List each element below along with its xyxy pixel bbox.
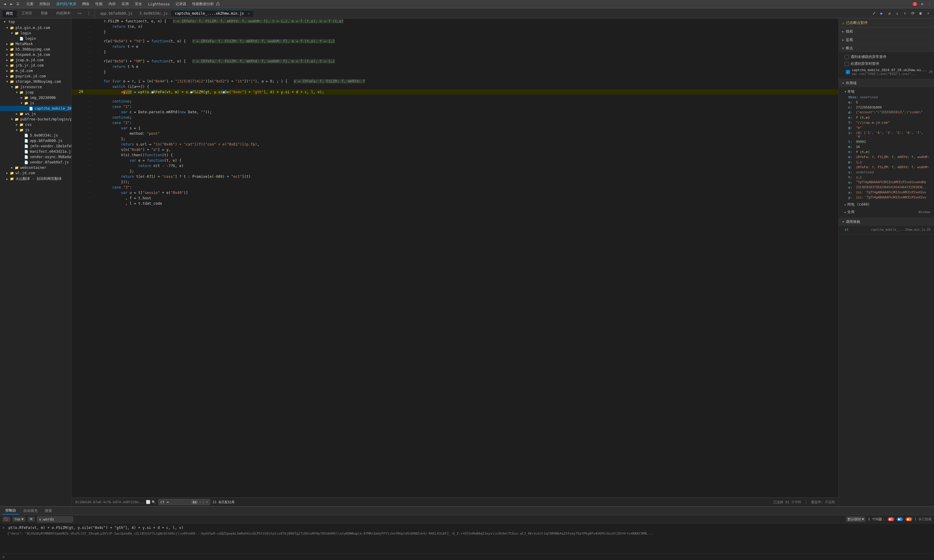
menu-console[interactable]: 控制台 (37, 1, 52, 7)
menu-sources[interactable]: 源代码/来源 (54, 1, 79, 7)
tree-item-jrb[interactable]: ▶ 📁 jrb.jr.jd.com (0, 63, 71, 68)
search-up-icon[interactable]: ↑ (199, 500, 201, 504)
menu-perf-insights[interactable]: 性能数据分析 凸 (190, 1, 222, 7)
tree-item-js-folder[interactable]: ▼ 📁 js (0, 100, 71, 106)
breakpoint-item[interactable]: ✓ captcha_mobile_2024_07_29.xk2hmw.mi...… (845, 67, 930, 77)
tree-item-h5speed[interactable]: ▶ 📁 h5speed.m.jd.com (0, 52, 71, 57)
step-out-icon[interactable]: ↑ (902, 10, 908, 17)
tree-item-storage360[interactable]: ▼ 📁 storage.360buyimg.com (0, 79, 71, 84)
exception-all-checkbox[interactable] (845, 62, 849, 66)
top-filter[interactable]: top ▼ (12, 517, 25, 522)
folder-css-icon: 📁 (19, 123, 24, 127)
tree-item-pubfree[interactable]: ▼ 📁 pubfree-bucket/mplogin/prod/ffdfe... (0, 117, 71, 122)
more-icon[interactable]: ⋮ (927, 2, 932, 6)
console-input[interactable] (6, 555, 932, 559)
resume-icon[interactable]: ▶ (879, 10, 885, 17)
forward-icon[interactable]: ▶ (9, 2, 14, 6)
sidebar-toggle-icon[interactable]: ⤢ (871, 10, 877, 17)
menu-security[interactable]: 安全 (133, 1, 145, 7)
console-tab-main[interactable]: 控制台 (2, 507, 19, 515)
search-close-icon[interactable]: ✕ (206, 500, 208, 504)
tree-item-huoshan[interactable]: ▶ 📁 火山翻译 - 划词和网页翻译 (0, 176, 71, 182)
settings-icon[interactable]: ⚙ (920, 2, 925, 6)
tree-item-vendorasync[interactable]: ▶ 📄 vendor-async.9b8ada56.js (0, 154, 71, 160)
chevron-css: ▶ (14, 123, 19, 126)
menu-lighthouse[interactable]: Lighthouse (146, 2, 172, 7)
tree-item-h5360[interactable]: ▶ 📁 h5.360buyimg.com (0, 47, 71, 52)
tree-item-webcontainer[interactable]: ▶ 📁 webcontainer (0, 165, 71, 170)
close-tab-icon[interactable]: ✕ (248, 12, 250, 15)
menu-icon[interactable]: ☰ (15, 2, 20, 6)
deactivate-breakpoints-icon[interactable]: ☎ (917, 10, 924, 17)
console-content[interactable]: > pt(o.RfeFa(vt, m) + o.FSiZM(gt, y.si[e… (0, 523, 934, 554)
threads-header[interactable]: ▶ 线程 (838, 28, 934, 35)
tree-item-captcha-file[interactable]: ▶ 📄 captcha_mobile_2024_07_2... (0, 106, 71, 111)
tree-root-top[interactable]: ▼ top (0, 18, 71, 25)
back-icon[interactable]: ◀ (2, 2, 7, 6)
tree-item-js-folder2[interactable]: ▼ 📁 js (0, 127, 71, 133)
scope-header[interactable]: ▼ 作用域 (838, 79, 934, 87)
log-level-btn[interactable]: 默认级别 ▼ (846, 516, 866, 522)
tab-webpage[interactable]: 网页 (2, 9, 17, 17)
tree-item-jmfe[interactable]: ▶ 📄 jmfe-vendor.18e1efeb.js (0, 143, 71, 149)
file-tab-5e90[interactable]: 5.6e90334c.js (136, 10, 171, 17)
menu-network[interactable]: 网络 (80, 1, 92, 7)
console-prompt: > (2, 526, 5, 530)
tree-label-vendor8faeb: vendor.8faeb9af.js (29, 160, 69, 165)
more-actions-icon[interactable]: ⚡ (925, 10, 932, 17)
step-into-icon[interactable]: ↓ (894, 10, 900, 17)
menu-performance[interactable]: 性能 (93, 1, 105, 7)
tab-content-scripts[interactable]: 内容脚本 (52, 9, 74, 17)
local-scope-header[interactable]: ▼ 本地 (845, 88, 930, 95)
breakpoints-header[interactable]: ▼ 断点 (838, 44, 934, 52)
file-tab-captcha[interactable]: captcha_mobile_....xk2hmw.min.js ✕ (171, 10, 253, 17)
menu-element[interactable]: 元素 (24, 1, 36, 7)
closure-header[interactable]: ▶ 闭包 (cd49) (845, 202, 930, 208)
tree-item-login-folder[interactable]: ▼ 📁 login (0, 31, 71, 36)
eye-filter[interactable]: 👁 (28, 517, 35, 522)
tree-item-css-folder[interactable]: ▶ 📁 css (0, 122, 71, 127)
step-over-icon[interactable]: ↺ (886, 10, 893, 17)
menu-memory[interactable]: 内存 (106, 1, 118, 7)
tab-overrides[interactable]: 替换 (37, 9, 51, 17)
search-input-wrap[interactable]: Aa ↑ ↓ ✕ (158, 499, 210, 505)
search-down-icon[interactable]: ↓ (202, 500, 205, 504)
watch-header[interactable]: ▶ 监视 (838, 36, 934, 44)
menu-recorder[interactable]: 记录器 (173, 1, 189, 7)
case-sensitive-badge[interactable]: Aa (191, 500, 198, 504)
tree-item-jcap[interactable]: ▶ 📁 jcap.m.jd.com (0, 57, 71, 63)
tree-item-appb6fadb[interactable]: ▶ 📄 app.b6fadb00.js (0, 138, 71, 143)
tree-item-wljd[interactable]: ▶ 📁 wl.jd.com (0, 170, 71, 176)
console-tab-autofill[interactable]: 自动填充 (20, 508, 41, 514)
tab-more[interactable]: >> (76, 10, 84, 17)
clear-console-btn[interactable]: 🚫 (2, 517, 10, 522)
tab-workspace[interactable]: 工作区 (18, 9, 36, 17)
tree-item-login-file[interactable]: ▶ 📄 login (0, 36, 71, 41)
chevron-plo: ▼ (5, 26, 9, 29)
tree-item-metamask[interactable]: ▶ 📁 MetaMask (0, 41, 71, 47)
tab-settings-icon[interactable]: ⋮ (85, 10, 92, 17)
tree-item-payrisk[interactable]: ▶ 📁 payrisk.jd.com (0, 74, 71, 79)
console-filter-input[interactable] (39, 517, 63, 522)
tree-item-jsresource[interactable]: ▼ 📁 jsresource (0, 84, 71, 90)
exception-uncaught-checkbox[interactable] (845, 55, 849, 59)
tree-item-5e90334c[interactable]: ▶ 📄 5.6e90334c.js (0, 133, 71, 138)
step-icon[interactable]: ⟳ (909, 10, 916, 17)
chevron-storage360: ▼ (5, 80, 9, 83)
tree-item-jcap-folder[interactable]: ▼ 📁 jcap (0, 90, 71, 95)
search-input[interactable] (160, 500, 190, 504)
file-tab-app[interactable]: app.b6fadb00.js (96, 10, 136, 17)
menu-application[interactable]: 应用 (119, 1, 131, 7)
tree-item-img20230906[interactable]: ▶ 📁 img_20230906 (0, 95, 71, 100)
issue-blue-badge: ■1 (897, 517, 903, 521)
tree-item-manifest[interactable]: ▶ 📄 manifest.e643d21a.js (0, 149, 71, 154)
tree-item-plo[interactable]: ▼ 📁 plo.gin.m.jd.com (0, 25, 71, 31)
code-editor[interactable]: - r.FSiZM = function(t, e, n) { r = {Rfe… (72, 18, 838, 497)
tree-item-wsjs[interactable]: ▶ 📁 ws_js (0, 111, 71, 117)
tree-item-mjd[interactable]: ▶ 📁 m.jd.com (0, 68, 71, 74)
callstack-item[interactable]: xt captcha_mobile_....2hmw.min.js:29 (845, 227, 930, 232)
console-search-input[interactable] (37, 516, 73, 522)
tree-item-vendor8faeb[interactable]: ▶ 📄 vendor.8faeb9af.js (0, 160, 71, 165)
console-tab-search[interactable]: 搜索 (42, 508, 55, 514)
callstack-header[interactable]: ▼ 调用堆栈 (838, 218, 934, 226)
